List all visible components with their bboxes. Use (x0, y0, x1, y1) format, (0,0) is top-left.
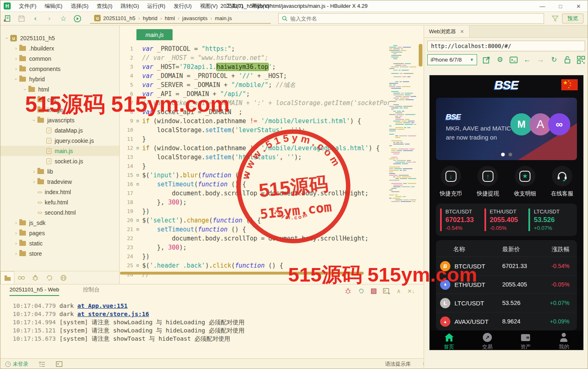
tree-item-jquery.cookie.js[interactable]: Jjquery.cookie.js (0, 135, 119, 146)
ticker-BTC/USDT[interactable]: BTC/USDT67021.33-0.54% (440, 209, 482, 231)
carousel-dots[interactable] (501, 153, 512, 156)
chevron-icon[interactable]: › (31, 179, 37, 185)
device-selector[interactable]: iPhone 6/7/8 ▼ (427, 54, 477, 65)
web-tab-icon[interactable] (56, 271, 70, 284)
chevron-icon[interactable]: › (13, 76, 19, 82)
chevron-icon[interactable]: › (13, 56, 19, 62)
tree-item-index.html[interactable]: <>index.html (0, 187, 119, 197)
tree-item-kefu.html[interactable]: <>kefu.html (0, 197, 119, 207)
back-arrow-icon[interactable]: ← (523, 56, 531, 64)
tree-item-tradeview[interactable]: ›tradeview (0, 176, 119, 187)
chevron-icon[interactable]: › (13, 241, 19, 246)
console-tab-20251101_h5 - Web[interactable]: 20251101_h5 - Web (9, 286, 59, 296)
fold-marker-icon[interactable]: ⊟ (135, 225, 141, 234)
chevron-icon[interactable]: › (13, 251, 19, 257)
chevron-icon[interactable]: › (13, 220, 19, 226)
navigate-forward-icon[interactable]: › (42, 14, 56, 23)
file-search-input[interactable] (291, 16, 540, 22)
tree-item-js_sdk[interactable]: ›js_sdk (0, 218, 119, 228)
url-bar[interactable]: http://localhost:8000/#/ (427, 41, 585, 51)
outline-list-icon[interactable] (39, 362, 45, 367)
code-line-5[interactable]: 5var _SERVER = _DOMAIN + "/mobile/"; //域… (120, 80, 389, 89)
close-button[interactable]: ✕ (570, 0, 588, 12)
forward-arrow-icon[interactable]: → (537, 56, 545, 64)
settings-gear-icon[interactable]: ⚙ (496, 56, 504, 64)
breadcrumb-item[interactable]: html (165, 15, 175, 21)
market-row-LTC/USDT[interactable]: ŁLTC/USDT53.526+0.07% (436, 293, 577, 312)
nav-首页[interactable]: 首页 (430, 332, 468, 350)
fold-marker-icon[interactable]: ⊟ (135, 261, 141, 270)
promo-banner[interactable]: BSE MKR, AAVE and MATIC are now trading … (436, 98, 577, 160)
carousel-dot[interactable] (508, 153, 512, 156)
console-source-link[interactable]: at store/store.js:16 (77, 311, 149, 317)
market-row-AVAX/USDT[interactable]: ▲AVAX/USDT8.9624+0.09% (436, 312, 577, 330)
preview-button[interactable]: 预览 (562, 14, 583, 23)
debug-bug-icon[interactable] (345, 288, 351, 294)
breadcrumb-item[interactable]: hybrid (143, 15, 157, 21)
console-source-link[interactable]: at App.vue:151 (77, 303, 127, 309)
fold-marker-icon[interactable]: ⊟ (135, 171, 141, 180)
tree-item-socket.io.js[interactable]: Jsocket.io.js (0, 156, 119, 166)
editor-vertical-scrollbar[interactable] (419, 44, 422, 66)
terminal-status-icon[interactable] (56, 361, 62, 367)
run-icon[interactable] (70, 14, 84, 23)
menu-跳转[interactable]: 跳转(G) (117, 0, 143, 12)
lock-icon[interactable] (563, 56, 572, 64)
menu-选择[interactable]: 选择(S) (67, 0, 92, 12)
code-line-3[interactable]: 3var _HOST='702api.1.haiwaiym36.top'; (120, 62, 389, 71)
navigate-back-icon[interactable]: ‹ (28, 14, 42, 23)
tree-item-dataMap.js[interactable]: JdataMap.js (0, 125, 119, 135)
breadcrumb-item[interactable]: javascripts (182, 15, 208, 21)
minimap[interactable] (389, 45, 416, 203)
menu-发行[interactable]: 发行(U) (169, 0, 196, 12)
ticker-LTC/USDT[interactable]: LTC/USDT53.526+0.07% (528, 209, 570, 231)
search-results-tab-icon[interactable] (14, 271, 28, 284)
tree-item-store[interactable]: ›store (0, 248, 119, 259)
tree-item-components[interactable]: ›components (0, 64, 119, 74)
fold-marker-icon[interactable]: ⊟ (135, 216, 141, 225)
tree-item-second.html[interactable]: <>second.html (0, 207, 119, 218)
tab-main-js[interactable]: main.js (136, 29, 173, 40)
collapse-panel-icon[interactable]: ∧ (397, 288, 401, 294)
favorite-star-icon[interactable]: ☆ (56, 14, 70, 23)
syntax-lib-status[interactable]: 语法提示库 (385, 361, 411, 368)
nav-资产[interactable]: 资产 (507, 332, 545, 350)
new-file-icon[interactable] (0, 14, 14, 23)
quick-action-在线客服[interactable]: 在线客服 (546, 166, 579, 197)
chevron-icon[interactable]: › (13, 230, 19, 236)
minimize-button[interactable]: — (533, 0, 551, 12)
chevron-icon[interactable]: › (13, 46, 19, 51)
code-line-4[interactable]: 4var _DOMAIN = _PROTOCOL + '//' + _HOST; (120, 71, 389, 80)
fold-marker-icon[interactable]: ⊟ (135, 144, 141, 153)
tree-item-hybrid[interactable]: ›hybrid (0, 74, 119, 84)
quick-action-快捷充币[interactable]: ↓快捷充币 (434, 166, 467, 197)
refresh-icon[interactable]: ↻ (550, 56, 558, 64)
console-terminal-icon[interactable] (510, 56, 518, 64)
ticker-ETH/USDT[interactable]: ETH/USDT2055.405-0.05% (484, 209, 526, 231)
menu-文件[interactable]: 文件(F) (15, 0, 41, 12)
code-line-24[interactable]: 24}) (120, 252, 389, 261)
console-tab-控制台[interactable]: 控制台 (83, 286, 100, 296)
open-external-icon[interactable] (482, 56, 491, 64)
console-output[interactable]: 10:17:04.779 dark at App.vue:15110:17:04… (0, 298, 424, 343)
restart-icon[interactable] (358, 288, 364, 294)
tree-item-20251101_h5[interactable]: ›u20251101_h5 (0, 33, 119, 43)
tree-item-pages[interactable]: ›pages (0, 228, 119, 238)
carousel-dot-active[interactable] (501, 153, 505, 156)
nav-交易[interactable]: ↗交易 (468, 332, 506, 350)
stop-icon[interactable] (371, 289, 376, 294)
tree-item-main.js[interactable]: Jmain.js (0, 146, 119, 156)
quick-action-收支明细[interactable]: ★收支明细 (509, 166, 542, 197)
new-terminal-icon[interactable] (383, 288, 390, 294)
clear-console-icon[interactable]: ✕↓ (408, 288, 415, 294)
debug-tab-icon[interactable] (28, 271, 42, 284)
login-status[interactable]: ◔ 未登录 (5, 361, 28, 368)
tree-item-common[interactable]: ›common (0, 53, 119, 64)
chevron-icon[interactable]: › (4, 35, 10, 41)
fold-marker-icon[interactable]: ⊟ (135, 180, 141, 189)
tab-web-browser[interactable]: Web浏览器 ✕ (424, 25, 470, 37)
maximize-button[interactable]: □ (551, 0, 570, 12)
sync-tab-icon[interactable] (42, 271, 56, 284)
tree-item-static[interactable]: ›static (0, 238, 119, 248)
menu-编辑[interactable]: 编辑(E) (41, 0, 67, 12)
